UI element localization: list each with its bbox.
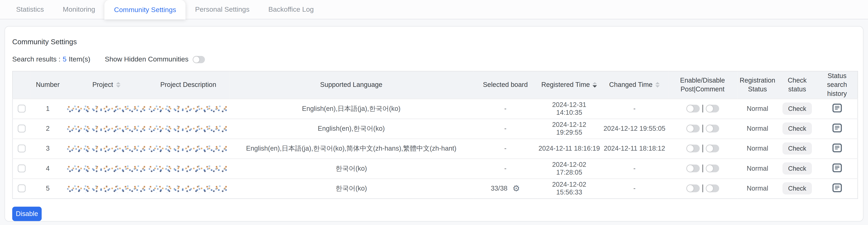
supported-languages: 한국어(ko)	[229, 179, 473, 198]
post-toggle[interactable]	[686, 185, 700, 193]
header-number: Number	[30, 71, 65, 99]
post-toggle[interactable]	[686, 105, 700, 113]
comment-toggle[interactable]	[706, 185, 719, 193]
post-toggle[interactable]	[686, 165, 700, 173]
comment-toggle[interactable]	[706, 145, 719, 153]
table-row: 4 한국어(ko) - 2024-12-02 17:28:05 - Normal…	[12, 158, 858, 178]
comment-toggle[interactable]	[706, 105, 719, 113]
header-supported-language: Supported Language	[229, 71, 473, 99]
row-checkbox[interactable]	[18, 105, 26, 113]
check-status-button[interactable]: Check	[782, 122, 812, 135]
status-search-history-icon[interactable]	[832, 183, 842, 194]
table-row: 2 English(en),한국어(ko) - 2024-12-12 19:29…	[12, 119, 858, 139]
header-check-status: Check status	[778, 71, 817, 99]
post-comment-toggles	[668, 158, 737, 178]
row-checkbox[interactable]	[18, 145, 26, 153]
row-checkbox[interactable]	[18, 165, 26, 173]
check-status-button[interactable]: Check	[782, 182, 812, 194]
status-search-history-icon[interactable]	[832, 163, 842, 174]
header-project[interactable]: Project	[65, 71, 148, 99]
sort-icon-registered-time[interactable]	[593, 82, 597, 88]
supported-languages: English(en),日本語(ja),한국어(ko),简体中文(zh-hans…	[229, 139, 473, 158]
header-project-description: Project Description	[148, 71, 229, 99]
registered-time: 2024-12-02 15:56:33	[537, 179, 601, 198]
show-hidden-communities-toggle[interactable]	[193, 56, 205, 63]
status-search-history-icon[interactable]	[832, 103, 842, 114]
registered-time: 2024-12-12 19:29:55	[537, 119, 601, 139]
search-results-count: 5	[63, 55, 66, 63]
comment-toggle[interactable]	[706, 125, 719, 133]
tab-monitoring[interactable]: Monitoring	[53, 0, 105, 19]
check-status-button[interactable]: Check	[782, 103, 812, 115]
registration-status: Normal	[737, 179, 778, 198]
changed-time: 2024-12-12 19:55:05	[601, 119, 668, 139]
tab-community-settings[interactable]: Community Settings	[104, 0, 185, 20]
toggle-divider	[702, 165, 703, 173]
toggle-divider	[702, 185, 703, 193]
header-registered-time-label: Registered Time	[541, 80, 590, 89]
row-number: 4	[30, 158, 65, 178]
redacted-project-description	[149, 184, 228, 193]
top-tab-bar: Statistics Monitoring Community Settings…	[0, 0, 868, 20]
header-registered-time[interactable]: Registered Time	[537, 71, 601, 99]
check-status-button[interactable]: Check	[782, 142, 812, 154]
search-results-prefix: Search results :	[12, 55, 60, 63]
redacted-project-description	[149, 124, 228, 133]
tab-backoffice-log[interactable]: Backoffice Log	[259, 0, 323, 19]
registration-status: Normal	[737, 99, 778, 118]
registration-status: Normal	[737, 139, 778, 158]
header-registration-status: Registration Status	[737, 71, 778, 99]
redacted-project-description	[149, 164, 228, 173]
row-number: 2	[30, 119, 65, 139]
post-comment-toggles	[668, 139, 737, 158]
status-search-history-icon[interactable]	[832, 143, 842, 154]
header-changed-time[interactable]: Changed Time	[601, 71, 668, 99]
search-results-suffix: Item(s)	[69, 55, 90, 63]
redacted-project-name	[67, 124, 146, 133]
page-content: Community Settings Search results : 5 It…	[0, 20, 868, 222]
disable-button[interactable]: Disable	[12, 207, 41, 221]
registered-time: 2024-12-11 18:16:19	[537, 139, 601, 158]
search-results-text: Search results : 5 Item(s)	[12, 55, 90, 63]
row-checkbox[interactable]	[18, 185, 26, 193]
status-search-history-icon[interactable]	[832, 123, 842, 134]
row-number: 1	[30, 99, 65, 118]
post-comment-toggles	[668, 119, 737, 139]
redacted-project-name	[67, 164, 146, 173]
community-settings-panel: Community Settings Search results : 5 It…	[4, 26, 864, 222]
table-row: 1 English(en),日本語(ja),한국어(ko) - 2024-12-…	[12, 99, 858, 118]
row-number: 3	[30, 139, 65, 158]
redacted-project-description	[149, 144, 228, 153]
board-settings-gear-icon[interactable]: ⚙︎	[513, 184, 520, 193]
comment-toggle[interactable]	[706, 165, 719, 173]
check-status-button[interactable]: Check	[782, 162, 812, 175]
redacted-project-name	[67, 184, 146, 193]
header-selected-board: Selected board	[473, 71, 537, 99]
supported-languages: 한국어(ko)	[229, 158, 473, 178]
selected-board-count: 33/38	[491, 185, 507, 192]
post-toggle[interactable]	[686, 125, 700, 133]
row-checkbox[interactable]	[18, 125, 26, 133]
header-select	[12, 71, 30, 99]
changed-time: 2024-12-11 18:18:12	[601, 139, 668, 158]
toggle-divider	[702, 125, 703, 133]
post-toggle[interactable]	[686, 145, 700, 153]
sort-icon-project[interactable]	[116, 82, 120, 88]
changed-time: -	[601, 158, 668, 178]
post-comment-toggles	[668, 179, 737, 198]
redacted-project-description	[149, 105, 228, 113]
communities-table: Number Project Project Description Suppo…	[12, 71, 858, 198]
table-header-row: Number Project Project Description Suppo…	[12, 71, 858, 99]
registration-status: Normal	[737, 158, 778, 178]
tab-statistics[interactable]: Statistics	[7, 0, 53, 19]
toggle-divider	[702, 145, 703, 153]
changed-time: -	[601, 179, 668, 198]
sort-icon-changed-time[interactable]	[655, 82, 660, 88]
page-title: Community Settings	[12, 27, 856, 46]
tab-personal-settings[interactable]: Personal Settings	[186, 0, 259, 19]
selected-board: -	[473, 119, 537, 139]
app-viewport: Statistics Monitoring Community Settings…	[0, 0, 868, 225]
header-project-label: Project	[92, 80, 113, 89]
table-row: 5 한국어(ko) 33/38 ⚙︎ 2024-12-02 15:56:33 -	[12, 179, 858, 198]
supported-languages: English(en),한국어(ko)	[229, 119, 473, 139]
